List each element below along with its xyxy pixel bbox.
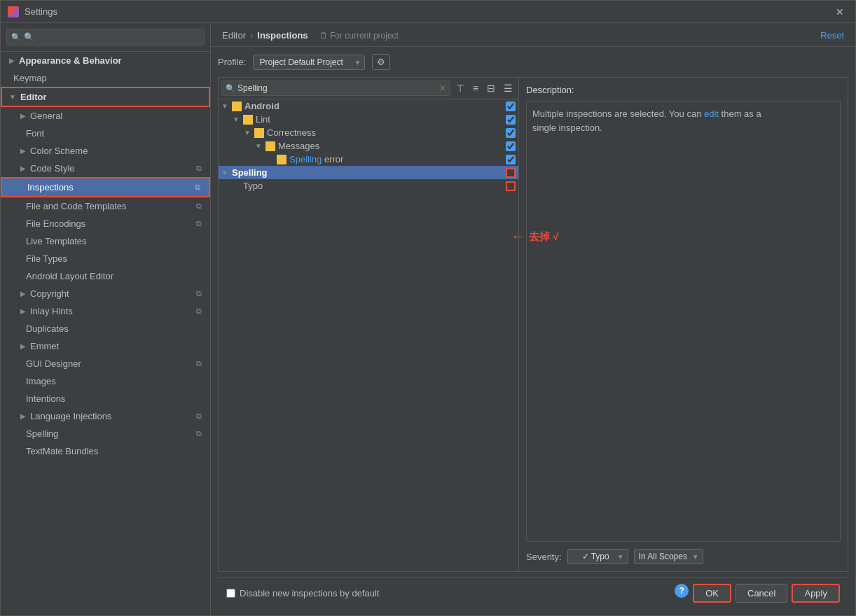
breadcrumb-inspections: Inspections [257, 30, 308, 41]
spelling-page-icon: ⧉ [196, 429, 202, 438]
sidebar-item-inspections[interactable]: Inspections ⧉ [1, 177, 210, 197]
tree-panel: 🔍 ✕ ⊤ ≡ ⊟ ☰ [218, 77, 519, 572]
breadcrumb: Editor › Inspections 🗒 For current proje… [222, 30, 399, 41]
tree-search-input[interactable] [221, 80, 450, 96]
tree-text-spelling-error: Spelling error [289, 154, 503, 164]
tree-row-android[interactable]: ▼ Android [219, 99, 518, 113]
cancel-button[interactable]: Cancel [736, 584, 787, 603]
tree-arrow-lint: ▼ [233, 115, 241, 123]
tree-row-typo[interactable]: Typo [219, 179, 518, 192]
sidebar-item-intentions[interactable]: Intentions [1, 390, 210, 407]
desc-text-edit: edit [704, 108, 719, 119]
severity-select-wrapper: ✓ Typo Warning Error ▼ [567, 549, 628, 564]
file-code-page-icon: ⧉ [196, 202, 202, 211]
severity-label: Severity: [526, 552, 562, 562]
sidebar-item-general[interactable]: ▶ General [1, 107, 210, 125]
tree-text-typo: Typo [243, 181, 503, 191]
sidebar-item-duplicates[interactable]: Duplicates [1, 320, 210, 337]
sidebar-label-images: Images [26, 376, 56, 386]
sidebar-item-font[interactable]: Font [1, 125, 210, 142]
bottom-buttons: ? OK Cancel Apply [675, 584, 840, 603]
sidebar-label-copyright: Copyright [30, 288, 69, 299]
tree-color-messages [265, 141, 275, 151]
sidebar-arrow-color-scheme: ▶ [20, 147, 26, 155]
sidebar-label-emmet: Emmet [30, 341, 59, 351]
tree-search-icon: 🔍 [226, 84, 235, 93]
sidebar-arrow-inlay-hints: ▶ [20, 307, 26, 315]
sidebar-item-language-injections[interactable]: ▶ Language Injections ⧉ [1, 407, 210, 425]
sidebar-item-code-style[interactable]: ▶ Code Style ⧉ [1, 160, 210, 177]
sidebar: 🔍 ▶ Appearance & Behavior Keymap ▼ Edito… [1, 23, 211, 615]
tree-text-lint: Lint [256, 114, 503, 125]
tree-text-spelling: Spelling [232, 167, 503, 178]
expand-all-button[interactable]: ≡ [470, 81, 481, 95]
sidebar-item-editor[interactable]: ▼ Editor [1, 87, 210, 107]
tree-checkbox-correctness[interactable] [506, 128, 516, 138]
sidebar-item-emmet[interactable]: ▶ Emmet [1, 337, 210, 355]
sidebar-item-file-code-templates[interactable]: File and Code Templates ⧉ [1, 197, 210, 215]
sidebar-item-images[interactable]: Images [1, 372, 210, 390]
main-header: Editor › Inspections 🗒 For current proje… [211, 23, 855, 47]
apply-button[interactable]: Apply [792, 584, 840, 603]
tree-row-lint[interactable]: ▼ Lint [219, 113, 518, 126]
filter-button[interactable]: ⊤ [453, 81, 467, 95]
profile-gear-button[interactable]: ⚙ [372, 54, 390, 70]
disable-label: Disable new inspections by default [240, 588, 379, 598]
sidebar-item-android-layout-editor[interactable]: Android Layout Editor [1, 267, 210, 285]
sidebar-item-appearance[interactable]: ▶ Appearance & Behavior [1, 52, 210, 69]
main-body: Profile: Project Default Project Default… [211, 47, 855, 615]
sidebar-item-copyright[interactable]: ▶ Copyright ⧉ [1, 285, 210, 302]
sidebar-label-gui-designer: GUI Designer [26, 358, 81, 369]
tree-checkbox-android[interactable] [506, 102, 516, 111]
tree-checkbox-messages[interactable] [506, 141, 516, 151]
sidebar-item-live-templates[interactable]: Live Templates [1, 232, 210, 250]
tree-row-correctness[interactable]: ▼ Correctness [219, 126, 518, 139]
profile-select[interactable]: Project Default Project Default [253, 55, 365, 70]
desc-text-part1: Multiple inspections are selected. You c… [532, 108, 704, 119]
sidebar-label-language-injections: Language Injections [30, 411, 111, 421]
severity-row: Severity: ✓ Typo Warning Error ▼ [526, 549, 841, 564]
tree-checkbox-typo [506, 181, 516, 191]
profile-select-wrapper: Project Default Project Default ▼ [253, 55, 365, 70]
sidebar-label-file-encodings: File Encodings [26, 218, 85, 229]
sidebar-label-inlay-hints: Inlay Hints [30, 306, 73, 316]
sidebar-item-textmate-bundles[interactable]: TextMate Bundles [1, 442, 210, 460]
scope-select[interactable]: In All Scopes In Tests Only [634, 549, 703, 564]
tree-row-messages[interactable]: ▼ Messages [219, 139, 518, 153]
reset-button[interactable]: Reset [820, 30, 844, 41]
tree-checkbox-spelling-error[interactable] [506, 155, 516, 164]
tree-search-wrapper: 🔍 ✕ [221, 80, 450, 96]
inlay-page-icon: ⧉ [196, 307, 202, 316]
inspections-page-icon: ⧉ [195, 183, 200, 192]
help-button[interactable]: ? [675, 584, 689, 598]
sidebar-item-keymap[interactable]: Keymap [1, 69, 210, 87]
ok-button[interactable]: OK [693, 584, 731, 603]
disable-new-inspections-checkbox[interactable] [226, 589, 235, 598]
description-panel: Description: Multiple inspections are se… [519, 77, 848, 572]
bottom-bar: Disable new inspections by default ? OK … [218, 578, 848, 608]
sidebar-label-inspections: Inspections [27, 182, 74, 192]
sidebar-label-intentions: Intentions [26, 393, 65, 404]
file-enc-page-icon: ⧉ [196, 219, 202, 228]
sidebar-label-font: Font [26, 128, 44, 139]
sidebar-search-input[interactable] [6, 29, 205, 46]
tree-checkbox-lint[interactable] [506, 115, 516, 125]
sidebar-item-file-types[interactable]: File Types [1, 250, 210, 267]
breadcrumb-separator: › [250, 30, 253, 41]
group-by-button[interactable]: ☰ [501, 81, 516, 95]
sidebar-item-file-encodings[interactable]: File Encodings ⧉ [1, 215, 210, 232]
collapse-all-button[interactable]: ⊟ [484, 81, 498, 95]
severity-select[interactable]: ✓ Typo Warning Error [567, 549, 628, 564]
sidebar-item-gui-designer[interactable]: GUI Designer ⧉ [1, 355, 210, 372]
tree-row-spelling[interactable]: ▼ Spelling [219, 166, 518, 179]
sidebar-item-spelling[interactable]: Spelling ⧉ [1, 425, 210, 442]
sidebar-item-inlay-hints[interactable]: ▶ Inlay Hints ⧉ [1, 302, 210, 320]
tree-toolbar: 🔍 ✕ ⊤ ≡ ⊟ ☰ [219, 78, 518, 99]
close-button[interactable]: ✕ [831, 5, 848, 19]
sidebar-search-wrapper: 🔍 [6, 29, 205, 46]
tree-row-spelling-error[interactable]: Spelling error [219, 153, 518, 166]
tree-search-clear-button[interactable]: ✕ [439, 83, 446, 93]
tree-text-messages: Messages [278, 141, 503, 151]
profile-label: Profile: [218, 57, 246, 67]
sidebar-item-color-scheme[interactable]: ▶ Color Scheme [1, 142, 210, 160]
